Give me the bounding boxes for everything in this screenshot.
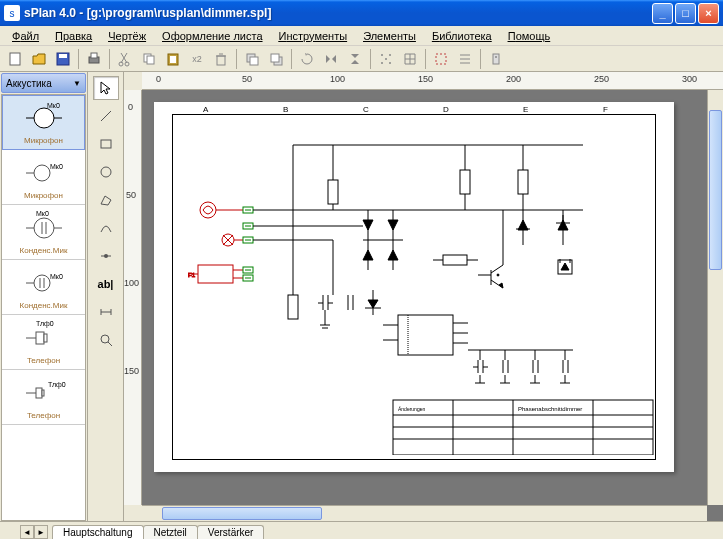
svg-rect-15 (271, 54, 279, 62)
paste-button[interactable] (162, 48, 184, 70)
svg-text:F1: F1 (188, 272, 196, 278)
pointer-tool[interactable] (93, 76, 119, 100)
ruler-vertical: 0 50 100 150 (124, 90, 142, 505)
close-button[interactable]: × (698, 3, 719, 24)
mirror-h-button[interactable] (320, 48, 342, 70)
options-button[interactable] (485, 48, 507, 70)
svg-point-122 (497, 274, 499, 276)
maximize-button[interactable]: □ (675, 3, 696, 24)
scrollbar-vertical[interactable] (707, 90, 723, 505)
dropdown-icon: ▼ (73, 79, 81, 88)
svg-rect-8 (147, 56, 154, 64)
svg-rect-4 (91, 53, 97, 58)
palette-category-dropdown[interactable]: Аккустика ▼ (1, 73, 86, 93)
svg-rect-119 (443, 255, 467, 265)
menu-elements[interactable]: Элементы (355, 28, 424, 44)
drawing-tools: ab| (88, 72, 124, 521)
copy-button[interactable] (138, 48, 160, 70)
mirror-v-button[interactable] (344, 48, 366, 70)
svg-rect-43 (36, 332, 44, 344)
print-button[interactable] (83, 48, 105, 70)
palette-item-phone1[interactable]: Тлф0 Телефон (2, 315, 85, 370)
front-button[interactable] (241, 48, 263, 70)
list-button[interactable] (454, 48, 476, 70)
menu-help[interactable]: Помощь (500, 28, 559, 44)
svg-point-17 (389, 54, 391, 56)
snap-button[interactable] (375, 48, 397, 70)
zoom-button[interactable] (430, 48, 452, 70)
svg-text:Мк0: Мк0 (50, 273, 63, 280)
menubar: Файл Правка Чертёж Оформление листа Инст… (0, 26, 723, 46)
menu-edit[interactable]: Правка (47, 28, 100, 44)
tab-verstarker[interactable]: Verstärker (197, 525, 265, 539)
svg-rect-10 (170, 56, 176, 63)
rect-tool[interactable] (93, 132, 119, 156)
scrollbar-horizontal[interactable] (142, 505, 707, 521)
palette-item-condmic1[interactable]: Мк0 Конденс.Мик (2, 205, 85, 260)
zoom-tool[interactable] (93, 328, 119, 352)
schematic-drawing: F1 (173, 115, 657, 455)
svg-rect-128 (518, 170, 528, 194)
svg-text:Тлф0: Тлф0 (48, 381, 66, 389)
svg-text:Мк0: Мк0 (47, 102, 60, 109)
palette-category-label: Аккустика (6, 78, 52, 89)
svg-rect-108 (398, 315, 453, 355)
menu-tools[interactable]: Инструменты (271, 28, 356, 44)
palette-item-phone2[interactable]: Тлф0 Телефон (2, 370, 85, 425)
svg-rect-115 (460, 170, 470, 194)
svg-point-54 (104, 254, 108, 258)
sheet-tabs: ◄ ► Hauptschaltung Netzteil Verstärker (0, 521, 723, 539)
svg-rect-0 (10, 53, 20, 65)
svg-rect-107 (288, 295, 298, 319)
cut-button[interactable] (114, 48, 136, 70)
open-button[interactable] (28, 48, 50, 70)
svg-point-19 (389, 62, 391, 64)
bezier-tool[interactable] (93, 216, 119, 240)
circle-tool[interactable] (93, 160, 119, 184)
tab-netzteil[interactable]: Netzteil (143, 525, 198, 539)
menu-drawing[interactable]: Чертёж (100, 28, 154, 44)
palette-item-condmic2[interactable]: Мк0 Конденс.Мик (2, 260, 85, 315)
measure-tool[interactable] (93, 300, 119, 324)
svg-text:Phasenabschnittdimmer: Phasenabschnittdimmer (518, 406, 582, 412)
menu-sheet[interactable]: Оформление листа (154, 28, 270, 44)
tab-nav-prev[interactable]: ◄ (20, 525, 34, 539)
svg-line-59 (108, 342, 112, 346)
svg-point-58 (101, 335, 109, 343)
canvas[interactable]: A B C D E F F1 (142, 90, 723, 521)
svg-rect-48 (42, 390, 44, 396)
palette-item-mic2[interactable]: Мк0 Микрофон (2, 150, 85, 205)
svg-point-23 (495, 56, 497, 58)
node-tool[interactable] (93, 244, 119, 268)
svg-point-16 (381, 54, 383, 56)
svg-rect-11 (217, 56, 225, 65)
svg-point-18 (381, 62, 383, 64)
text-tool[interactable]: ab| (93, 272, 119, 296)
back-button[interactable] (265, 48, 287, 70)
minimize-button[interactable]: _ (652, 3, 673, 24)
tab-nav-next[interactable]: ► (34, 525, 48, 539)
svg-point-38 (34, 275, 50, 291)
polygon-tool[interactable] (93, 188, 119, 212)
svg-text:Мк0: Мк0 (36, 210, 49, 217)
svg-point-25 (34, 108, 54, 128)
tab-hauptschaltung[interactable]: Hauptschaltung (52, 525, 144, 539)
svg-rect-66 (198, 265, 233, 283)
svg-rect-2 (59, 54, 67, 58)
delete-button[interactable] (210, 48, 232, 70)
line-tool[interactable] (93, 104, 119, 128)
new-button[interactable] (4, 48, 26, 70)
palette-item-mic1[interactable]: Мк0 Микрофон (2, 95, 85, 150)
duplicate-button[interactable]: x2 (186, 48, 208, 70)
svg-line-50 (101, 111, 111, 121)
svg-point-60 (200, 202, 216, 218)
svg-point-32 (34, 218, 54, 238)
save-button[interactable] (52, 48, 74, 70)
menu-file[interactable]: Файл (4, 28, 47, 44)
schematic-page: A B C D E F F1 (154, 102, 674, 472)
grid-button[interactable] (399, 48, 421, 70)
rotate-button[interactable] (296, 48, 318, 70)
menu-library[interactable]: Библиотека (424, 28, 500, 44)
window-title: sPlan 4.0 - [g:\program\rusplan\dimmer.s… (24, 6, 652, 20)
svg-line-124 (491, 265, 503, 273)
